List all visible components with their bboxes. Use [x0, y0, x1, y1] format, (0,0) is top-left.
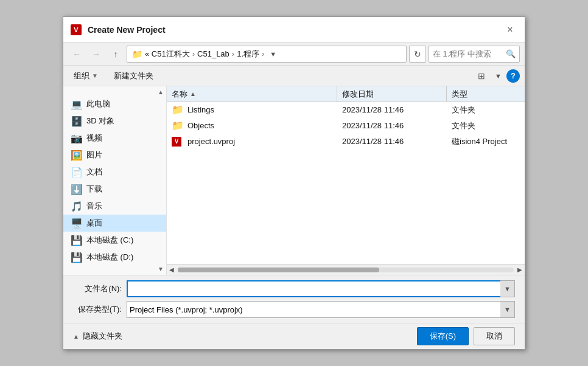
title-bar-left: V Create New Project [71, 24, 166, 36]
sidebar-item-local-d[interactable]: 💾 本地磁盘 (D:) [63, 249, 166, 266]
breadcrumb-sep-2: › [232, 49, 234, 58]
sidebar-item-local-c[interactable]: 💾 本地磁盘 (C:) [63, 232, 166, 249]
table-row[interactable]: V project.uvproj 2023/11/28 11:46 磁ision… [167, 134, 525, 150]
filetype-select-wrap: Project Files (*.uvproj; *.uvprojx) ▼ [127, 301, 515, 318]
sidebar-item-desktop[interactable]: 🖥️ 桌面 [63, 215, 166, 232]
forward-button[interactable]: → [88, 46, 105, 63]
music-icon: 🎵 [71, 201, 83, 212]
sidebar-item-pictures[interactable]: 🖼️ 图片 [63, 147, 166, 164]
breadcrumb-sep-3: › [262, 49, 264, 58]
breadcrumb-part-1: « C51江科大 [145, 49, 190, 60]
video-icon: 📷 [71, 133, 83, 144]
filename-dropdown-arrow[interactable]: ▼ [500, 280, 515, 297]
save-button[interactable]: 保存(S) [417, 327, 469, 345]
up-button[interactable]: ↑ [107, 46, 124, 63]
nav-bar: ← → ↑ 📁 « C51江科大 › C51_Lab › 1.程序 › ▼ ↻ … [63, 43, 525, 66]
sidebar-label-music: 音乐 [86, 201, 102, 212]
sidebar-item-documents[interactable]: 📄 文档 [63, 164, 166, 181]
h-scroll-area: ◀ ▶ [167, 264, 525, 275]
search-box[interactable]: 🔍 [429, 46, 520, 63]
sidebar-label-local-d: 本地磁盘 (D:) [86, 252, 133, 263]
cancel-button[interactable]: 取消 [474, 327, 515, 345]
sidebar-item-this-pc[interactable]: 💻 此电脑 [63, 95, 166, 112]
filename-input[interactable] [127, 280, 515, 297]
breadcrumb-text: « C51江科大 › C51_Lab › 1.程序 › [145, 49, 265, 60]
file-cell-type: 文件夹 [447, 105, 525, 116]
sidebar-item-music[interactable]: 🎵 音乐 [63, 198, 166, 215]
sidebar-item-videos[interactable]: 📷 视频 [63, 129, 166, 147]
file-name-listings: Listings [187, 105, 214, 114]
folder-icon: 📁 [132, 49, 142, 59]
filetype-select[interactable]: Project Files (*.uvproj; *.uvprojx) [127, 301, 515, 318]
file-date-objects: 2023/11/28 11:46 [342, 121, 404, 130]
sidebar-label-pictures: 图片 [86, 150, 102, 161]
picture-icon: 🖼️ [71, 150, 83, 161]
file-name-objects: Objects [187, 121, 214, 130]
col-header-date[interactable]: 修改日期 [337, 86, 447, 102]
v-logo: V [71, 24, 82, 35]
file-cell-date: 2023/11/28 11:46 [337, 105, 447, 114]
organize-button[interactable]: 组织 ▼ [68, 68, 103, 84]
file-type-project: 磁ision4 Project [452, 136, 507, 147]
drive-d-icon: 💾 [71, 252, 83, 263]
view-chevron: ▼ [495, 72, 502, 80]
sort-arrow-name: ▲ [190, 91, 196, 97]
sidebar-item-downloads[interactable]: ⬇️ 下载 [63, 181, 166, 198]
sidebar-scroll-up[interactable]: ▲ [63, 89, 166, 95]
filename-row: 文件名(N): ▼ [73, 280, 515, 297]
bottom-form: 文件名(N): ▼ 保存类型(T): Project Files (*.uvpr… [63, 275, 525, 323]
file-cell-name: V project.uvproj [167, 137, 337, 147]
filename-label: 文件名(N): [73, 283, 122, 294]
folder-icon-objects: 📁 [172, 120, 184, 131]
document-icon: 📄 [71, 167, 83, 178]
dialog-title: Create New Project [88, 25, 166, 35]
breadcrumb-chevron: ▼ [270, 50, 276, 58]
h-scroll-left[interactable]: ◀ [167, 264, 177, 275]
sidebar-scroll-down[interactable]: ▼ [63, 266, 166, 272]
download-icon: ⬇️ [71, 184, 83, 195]
hide-folders-toggle[interactable]: ▲ 隐藏文件夹 [73, 331, 122, 342]
breadcrumb-part-3: 1.程序 [237, 49, 259, 60]
view-button[interactable]: ⊞ [473, 68, 490, 84]
file-name-project: project.uvproj [187, 137, 235, 146]
table-row[interactable]: 📁 Objects 2023/11/28 11:46 文件夹 [167, 118, 525, 134]
title-bar: V Create New Project × [63, 17, 525, 43]
sidebar-label-downloads: 下载 [86, 184, 102, 195]
file-cell-date: 2023/11/28 11:46 [337, 121, 447, 130]
hide-folders-label: 隐藏文件夹 [83, 331, 122, 342]
sidebar-label-3d: 3D 对象 [86, 116, 114, 126]
sidebar-label-videos: 视频 [86, 133, 102, 143]
col-name-label: 名称 [172, 89, 187, 100]
file-cell-name: 📁 Listings [167, 104, 337, 116]
filetype-dropdown-arrow[interactable]: ▼ [500, 301, 515, 318]
table-row[interactable]: 📁 Listings 2023/11/28 11:46 文件夹 [167, 102, 525, 118]
footer-buttons: 保存(S) 取消 [417, 327, 515, 345]
new-folder-button[interactable]: 新建文件夹 [108, 68, 159, 84]
close-button[interactable]: × [503, 22, 517, 37]
3d-icon: 🗄️ [71, 116, 83, 127]
new-folder-label: 新建文件夹 [114, 71, 153, 81]
project-icon: V [172, 137, 181, 147]
h-scroll-right[interactable]: ▶ [515, 264, 525, 275]
breadcrumb[interactable]: 📁 « C51江科大 › C51_Lab › 1.程序 › ▼ [127, 46, 407, 63]
search-input[interactable] [433, 49, 503, 58]
sidebar-item-3d-objects[interactable]: 🗄️ 3D 对象 [63, 112, 166, 129]
file-list-header: 名称 ▲ 修改日期 类型 大小 [167, 86, 525, 102]
file-cell-name: 📁 Objects [167, 120, 337, 131]
search-icon: 🔍 [506, 49, 516, 58]
h-scrollbar-track[interactable] [178, 268, 514, 272]
drive-c-icon: 💾 [71, 235, 83, 246]
create-project-dialog: V Create New Project × ← → ↑ 📁 « C51江科大 … [63, 16, 525, 350]
back-button[interactable]: ← [68, 46, 85, 63]
desktop-icon: 🖥️ [71, 218, 83, 229]
main-area: ▲ 💻 此电脑 🗄️ 3D 对象 📷 视频 🖼️ 图片 📄 文档 [63, 86, 525, 275]
filetype-row: 保存类型(T): Project Files (*.uvproj; *.uvpr… [73, 301, 515, 318]
col-header-type[interactable]: 类型 [447, 86, 525, 102]
help-button[interactable]: ? [506, 69, 520, 83]
sidebar-label-documents: 文档 [86, 167, 102, 178]
refresh-button[interactable]: ↻ [409, 46, 426, 63]
dialog-icon: V [71, 24, 83, 36]
sidebar: ▲ 💻 此电脑 🗄️ 3D 对象 📷 视频 🖼️ 图片 📄 文档 [63, 86, 167, 275]
file-cell-date: 2023/11/28 11:46 [337, 137, 447, 146]
col-header-name[interactable]: 名称 ▲ [167, 86, 337, 102]
